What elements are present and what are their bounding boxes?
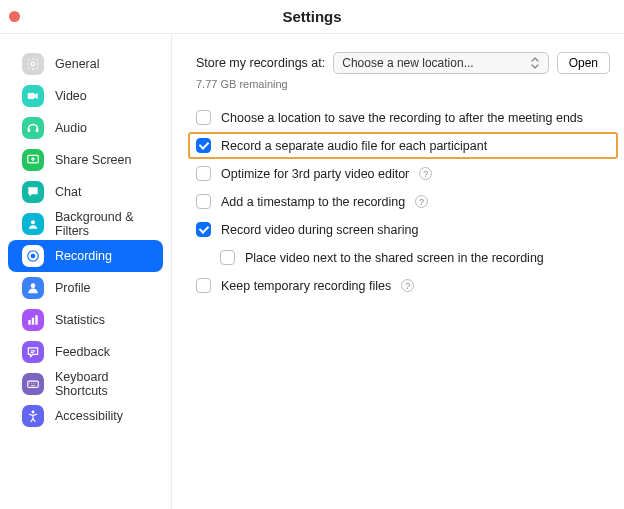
audio-icon — [22, 117, 44, 139]
svg-point-5 — [31, 220, 35, 224]
svg-point-8 — [31, 283, 36, 288]
svg-rect-12 — [28, 381, 39, 387]
sidebar-item-label: Keyboard Shortcuts — [55, 370, 163, 398]
option-label: Add a timestamp to the recording — [221, 195, 405, 209]
sidebar-item-label: Recording — [55, 249, 112, 263]
svg-point-0 — [31, 62, 35, 66]
accessibility-icon — [22, 405, 44, 427]
help-icon[interactable]: ? — [415, 195, 428, 208]
location-select[interactable]: Choose a new location... — [333, 52, 548, 74]
sidebar-item-label: Chat — [55, 185, 81, 199]
sidebar-item-label: Share Screen — [55, 153, 131, 167]
window-title: Settings — [0, 8, 624, 25]
share-screen-icon — [22, 149, 44, 171]
storage-remaining: 7.77 GB remaining — [196, 78, 610, 90]
svg-rect-9 — [28, 320, 30, 325]
checkbox[interactable] — [196, 110, 211, 125]
option-row: Record a separate audio file for each pa… — [196, 138, 610, 153]
sidebar-item-label: Audio — [55, 121, 87, 135]
sidebar-item-background-filters[interactable]: Background & Filters — [8, 208, 163, 240]
checkbox[interactable] — [220, 250, 235, 265]
option-label: Keep temporary recording files — [221, 279, 391, 293]
option-row: Choose a location to save the recording … — [196, 110, 610, 125]
sidebar-item-label: Profile — [55, 281, 90, 295]
statistics-icon — [22, 309, 44, 331]
sidebar-item-label: Statistics — [55, 313, 105, 327]
content: GeneralVideoAudioShare ScreenChatBackgro… — [0, 34, 624, 509]
help-icon[interactable]: ? — [419, 167, 432, 180]
option-label: Choose a location to save the recording … — [221, 111, 583, 125]
svg-point-13 — [32, 410, 35, 413]
checkbox[interactable] — [196, 278, 211, 293]
video-icon — [22, 85, 44, 107]
background-filters-icon — [22, 213, 44, 235]
checkbox[interactable] — [196, 166, 211, 181]
chevron-updown-icon — [530, 56, 542, 70]
sidebar-item-audio[interactable]: Audio — [8, 112, 163, 144]
store-row: Store my recordings at: Choose a new loc… — [196, 52, 610, 74]
checkbox[interactable] — [196, 194, 211, 209]
svg-rect-11 — [35, 315, 37, 324]
svg-rect-2 — [28, 129, 30, 133]
sidebar-item-label: Background & Filters — [55, 210, 163, 238]
sidebar-item-label: Feedback — [55, 345, 110, 359]
sidebar-item-statistics[interactable]: Statistics — [8, 304, 163, 336]
options-list: Choose a location to save the recording … — [196, 110, 610, 293]
feedback-icon — [22, 341, 44, 363]
option-row: Place video next to the shared screen in… — [220, 250, 610, 265]
svg-point-7 — [31, 254, 36, 259]
option-row: Optimize for 3rd party video editor? — [196, 166, 610, 181]
option-row: Record video during screen sharing — [196, 222, 610, 237]
option-row: Add a timestamp to the recording? — [196, 194, 610, 209]
main-panel: Store my recordings at: Choose a new loc… — [172, 34, 624, 509]
sidebar-item-keyboard-shortcuts[interactable]: Keyboard Shortcuts — [8, 368, 163, 400]
chat-icon — [22, 181, 44, 203]
svg-rect-1 — [28, 93, 35, 99]
sidebar-item-recording[interactable]: Recording — [8, 240, 163, 272]
sidebar-item-video[interactable]: Video — [8, 80, 163, 112]
sidebar-item-profile[interactable]: Profile — [8, 272, 163, 304]
help-icon[interactable]: ? — [401, 279, 414, 292]
keyboard-icon — [22, 373, 44, 395]
sidebar-item-feedback[interactable]: Feedback — [8, 336, 163, 368]
sidebar-item-general[interactable]: General — [8, 48, 163, 80]
titlebar: Settings — [0, 0, 624, 34]
sidebar: GeneralVideoAudioShare ScreenChatBackgro… — [0, 34, 172, 509]
option-label: Optimize for 3rd party video editor — [221, 167, 409, 181]
svg-rect-10 — [32, 318, 34, 325]
sidebar-item-share-screen[interactable]: Share Screen — [8, 144, 163, 176]
sidebar-item-label: Accessibility — [55, 409, 123, 423]
checkbox[interactable] — [196, 222, 211, 237]
option-row: Keep temporary recording files? — [196, 278, 610, 293]
sidebar-item-label: Video — [55, 89, 87, 103]
checkbox[interactable] — [196, 138, 211, 153]
recording-icon — [22, 245, 44, 267]
location-select-value: Choose a new location... — [342, 56, 473, 70]
profile-icon — [22, 277, 44, 299]
svg-rect-3 — [36, 129, 38, 133]
highlighted-option: Record a separate audio file for each pa… — [188, 132, 618, 159]
gear-icon — [22, 53, 44, 75]
open-button[interactable]: Open — [557, 52, 610, 74]
option-label: Record a separate audio file for each pa… — [221, 139, 487, 153]
sidebar-item-accessibility[interactable]: Accessibility — [8, 400, 163, 432]
option-label: Record video during screen sharing — [221, 223, 418, 237]
store-label: Store my recordings at: — [196, 56, 325, 70]
sidebar-item-label: General — [55, 57, 99, 71]
option-label: Place video next to the shared screen in… — [245, 251, 544, 265]
sidebar-item-chat[interactable]: Chat — [8, 176, 163, 208]
